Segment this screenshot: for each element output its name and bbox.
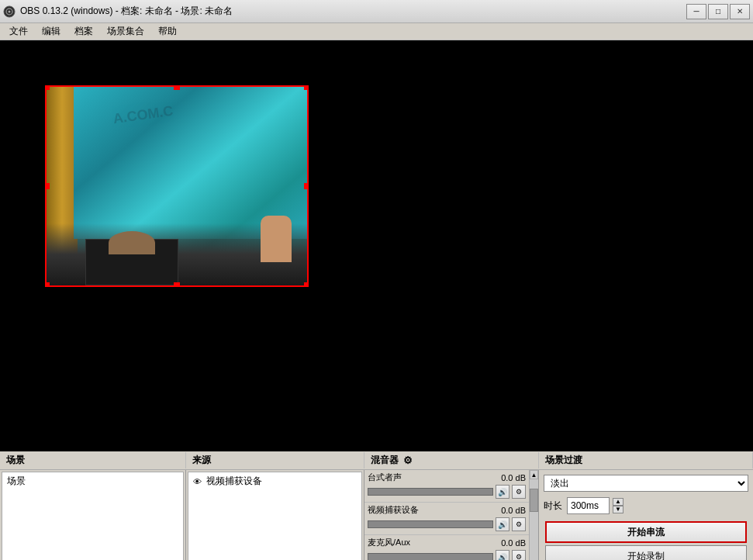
duration-row: 时长 300ms ▲ ▼ [544, 497, 748, 514]
scrollbar-up-arrow[interactable]: ▲ [530, 470, 538, 479]
mixer-tracks: 台式者声 0.0 dB 🔊 ⚙ [364, 470, 529, 560]
panels-row: 场景 + − ∧ ∨ 👁 视频捕获设备 + − ⚙ ∧ ∨ [0, 470, 753, 560]
handle-top-left[interactable] [45, 85, 50, 90]
window-title: OBS 0.13.2 (windows) - 档案: 未命名 - 场景: 未命名 [20, 5, 233, 18]
hand [261, 216, 292, 262]
track1-mute-button[interactable]: 🔊 [496, 485, 509, 499]
title-bar: OBS 0.13.2 (windows) - 档案: 未命名 - 场景: 未命名… [0, 0, 753, 23]
transition-type-select[interactable]: 淡出 [544, 475, 748, 492]
track3-controls: 🔊 ⚙ [368, 550, 526, 560]
menu-bar: 文件 编辑 档案 场景集合 帮助 [0, 23, 753, 40]
menu-profile[interactable]: 档案 [68, 24, 99, 40]
duration-value[interactable]: 300ms [567, 497, 610, 514]
sources-list[interactable]: 👁 视频捕获设备 [188, 472, 362, 560]
mixer-scrollbar[interactable]: ▲ ▼ [529, 470, 538, 560]
panel-headers: 场景 来源 混音器 ⚙ 场景过渡 [0, 451, 753, 470]
camera-image: A.COM.C [47, 87, 307, 285]
sources-panel-header: 来源 [186, 452, 364, 468]
track2-settings-button[interactable]: ⚙ [512, 517, 526, 531]
camera-source[interactable]: A.COM.C [45, 85, 309, 287]
mixer-panel-header: 混音器 ⚙ [364, 452, 539, 468]
mixer-track-3: 麦克风/Aux 0.0 dB 🔊 ⚙ [364, 535, 529, 560]
track3-settings-button[interactable]: ⚙ [512, 550, 526, 560]
handle-middle-left[interactable] [45, 183, 50, 189]
maximize-button[interactable]: □ [708, 4, 728, 19]
transition-type-row: 淡出 [544, 475, 748, 492]
track2-volume-bar[interactable] [368, 520, 493, 528]
track1-settings-button[interactable]: ⚙ [512, 485, 526, 499]
handle-top-right[interactable] [304, 85, 309, 90]
face [109, 231, 155, 254]
mixer-track-1: 台式者声 0.0 dB 🔊 ⚙ [364, 470, 529, 503]
scene-panel: 场景 + − ∧ ∨ [0, 470, 186, 560]
minimize-button[interactable]: ─ [686, 4, 706, 19]
handle-middle-right[interactable] [304, 183, 309, 189]
track2-db: 0.0 dB [501, 506, 526, 515]
track1-controls: 🔊 ⚙ [368, 485, 526, 499]
track2-controls: 🔊 ⚙ [368, 517, 526, 531]
bottom-section: 场景 来源 混音器 ⚙ 场景过渡 场景 + − ∧ ∨ 👁 [0, 451, 753, 560]
duration-label: 时长 [544, 500, 562, 513]
duration-spinbox: ▲ ▼ [613, 498, 623, 513]
track1-name: 台式者声 [368, 472, 402, 483]
transitions-panel-header: 场景过渡 [539, 452, 753, 468]
menu-edit[interactable]: 编辑 [36, 24, 67, 40]
sources-panel: 👁 视频捕获设备 + − ⚙ ∧ ∨ [186, 470, 364, 560]
track2-name: 视频捕获设备 [368, 504, 419, 516]
transition-panel: 淡出 时长 300ms ▲ ▼ 开始串流 [539, 470, 753, 560]
scrollbar-thumb[interactable] [530, 489, 538, 512]
duration-group: 300ms ▲ ▼ [567, 497, 623, 514]
menu-help[interactable]: 帮助 [152, 24, 183, 40]
track1-volume-bar[interactable] [368, 488, 493, 496]
scene-list-item[interactable]: 场景 [2, 472, 183, 490]
source-name: 视频捕获设备 [206, 475, 262, 488]
mixer-settings-icon[interactable]: ⚙ [403, 455, 413, 466]
duration-spin-down[interactable]: ▼ [613, 506, 623, 513]
menu-file[interactable]: 文件 [3, 24, 34, 40]
start-record-button[interactable]: 开始录制 [545, 545, 747, 560]
handle-top-center[interactable] [174, 85, 180, 90]
obs-icon [3, 5, 16, 18]
svg-point-2 [9, 10, 11, 12]
mixer-panel: 台式者声 0.0 dB 🔊 ⚙ [364, 470, 539, 560]
preview-area: A.COM.C [0, 40, 753, 451]
transition-actions-container: 淡出 时长 300ms ▲ ▼ 开始串流 [541, 472, 751, 560]
scene-list[interactable]: 场景 [2, 472, 184, 560]
handle-bottom-right[interactable] [304, 282, 309, 287]
mixer-inner: 台式者声 0.0 dB 🔊 ⚙ [364, 470, 538, 560]
source-list-item[interactable]: 👁 视频捕获设备 [188, 472, 361, 490]
track3-mute-button[interactable]: 🔊 [496, 550, 509, 560]
handle-bottom-left[interactable] [45, 282, 50, 287]
menu-scene-collection[interactable]: 场景集合 [101, 24, 150, 40]
handle-bottom-center[interactable] [174, 282, 180, 287]
duration-spin-up[interactable]: ▲ [613, 498, 623, 506]
close-button[interactable]: ✕ [730, 4, 750, 19]
action-buttons: 开始串流 开始录制 工作室模式 设置 退出 [544, 520, 748, 560]
track3-db: 0.0 dB [501, 538, 526, 548]
start-stream-button[interactable]: 开始串流 [545, 521, 747, 543]
track1-db: 0.0 dB [501, 473, 526, 482]
source-eye-icon[interactable]: 👁 [193, 477, 202, 486]
scenes-panel-header: 场景 [0, 452, 186, 468]
track2-mute-button[interactable]: 🔊 [496, 517, 509, 531]
track3-volume-bar[interactable] [368, 553, 493, 560]
track3-name: 麦克风/Aux [368, 537, 410, 548]
mixer-track-2: 视频捕获设备 0.0 dB 🔊 ⚙ [364, 503, 529, 535]
